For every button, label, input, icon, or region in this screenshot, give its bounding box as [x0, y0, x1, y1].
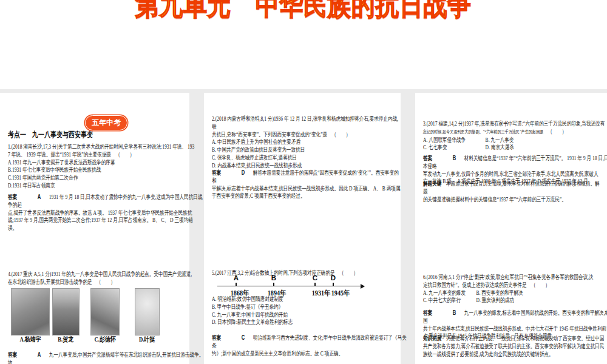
answer-label: 答案	[212, 169, 221, 176]
text-line: 2.(2018 内蒙古呼和浩特,8,1 分)1936 年 12 月 12 日,张…	[212, 115, 353, 123]
answer-letter: C	[242, 334, 245, 341]
column-2: 2.(2018 内蒙古呼和浩特,8,1 分)1936 年 12 月 12 日,张…	[204, 93, 401, 364]
timeline-tick	[236, 283, 237, 286]
photo-ye-ting	[135, 288, 160, 335]
photo-he-long	[52, 288, 80, 335]
question-4: 4.(2017 重庆 A,5,1 分)1931 年的九一八事变是中国人民抗日战争…	[8, 271, 187, 286]
timeline-arrow-icon	[361, 284, 365, 289]
question-5-options: A. 明治维新:效仿中国隋唐封建制度 B. 甲午中日战争:签订《辛丑条约》 C.…	[212, 295, 398, 326]
text-line: 共十年内战基本结束,抗日民族统一战线初步形成。中共七大召开于 1945 年抗日战…	[423, 325, 561, 333]
text-line: 定抗日救国方针”。促成上述协议达成的历史事件是 （ ）	[423, 281, 561, 289]
answer-3: 答案B材料关键信息是“1937 年”“六年前的三千万流民”。 1931 年 9 …	[423, 155, 605, 204]
option-a: A. 中日民族矛盾上升为中国社会的主要矛盾	[212, 138, 353, 146]
answer-label: 答案	[8, 351, 17, 358]
text-line: 点,揭开了世界反法西斯战争的序幕。故选 A 项。 1937 年七七事变后中华民族…	[8, 209, 144, 217]
option-b: B.1931 年七七事变后中华民族开始全民族抗战	[8, 166, 144, 174]
answer-letter: A	[38, 194, 41, 200]
option-b: B. 九一八事变	[486, 136, 514, 143]
options-row: C. 七七事变D. 南京大屠杀	[423, 144, 561, 152]
option-d: D. 南京大屠杀	[486, 144, 514, 150]
timeline-tick	[273, 283, 274, 286]
options-row: C. 中共七大的举行D. 重庆谈判的成功	[423, 297, 561, 305]
timeline-tick	[314, 283, 316, 286]
question-2: 2.(2018 内蒙古呼和浩特,8,1 分)1936 年 12 月 12 日,张…	[212, 115, 398, 170]
tip-label: 解题关键	[423, 180, 441, 187]
answer-letter: B	[453, 155, 456, 161]
option-d: D.1931 年日军占领南京	[8, 182, 144, 190]
option-a: A. 八国联军侵华战争	[423, 136, 486, 144]
option-b: B. 西安事变的和平解决	[476, 289, 523, 296]
option-d: D. 日本投降:新民主主义革命胜利的标志	[212, 318, 353, 326]
text-line: 战;1937 年 9 月,国共两党开始第二次合作;1937 年 12 月,日军占…	[8, 217, 144, 224]
option-c: C. 张学良、杨虎城停止进攻红军,逼蒋抗日	[212, 154, 353, 162]
photo-caption-d: D.叶挺	[127, 335, 166, 344]
text-line: 争的起	[8, 201, 144, 209]
overlapping-text: 亡。故选 B 项。 A 项发生于 1900 年;C 项发生于 1937 年;D …	[423, 178, 605, 188]
small-text: 忘记的时候,如今又遇到更大的惨剧。”“六年前的三千万流民”产生的起因是	[423, 129, 543, 135]
answer-letter: A	[38, 351, 41, 358]
option-d: D. 内战基本结束,抗日民族统一战线初步形成	[212, 162, 353, 170]
question-1: 1.(2018 湖南长沙,17,3 分)关于第二次世界大战的开始时间,史学界有三…	[8, 143, 187, 190]
section-heading: 考点一 九一八事变与西安事变	[8, 130, 151, 140]
text-line: 7 年说、 1939 年说。提出“1931 年说”的主要依据是 （ ）	[8, 151, 144, 159]
unit-title: 第九单元 中华民族的抗日战争	[42, 0, 565, 24]
text-line: 1.(2018 湖南长沙,17,3 分)关于第二次世界大战的开始时间,史学界有三…	[8, 143, 144, 151]
option-d: D. 重庆谈判的成功	[476, 297, 514, 303]
answer-line: 答案B材料关键信息是“1937 年”“六年前的三千万流民”。 1931 年 9 …	[423, 155, 561, 163]
answer-label: 答案	[423, 309, 432, 316]
text-line: 忘记的时候,如今又遇到更大的惨剧。”“六年前的三千万流民”产生的起因是 （ ）	[423, 128, 561, 136]
overlapping-text: 夕,重庆谈判是在 1945 年抗日战争胜利以后。只有 B 项符合题意。 知识拓展…	[423, 332, 605, 343]
timeline-letter: D	[328, 274, 339, 281]
timeline-tick	[333, 283, 334, 286]
answer-text: 材料关键信息是“1937 年”“六年前的三千万流民”。 1931 年 9 月 1…	[464, 155, 607, 161]
text-line: 族统一战线提供了必要前提,成为走向全民族抗战的关键转折点。	[423, 351, 561, 359]
tip-line: 解题关键本题通过家书设置历史情境,要求学生对材料信息进行准确的解读和概括。解	[423, 180, 600, 188]
five-year-exam-badge: 五年中考	[85, 115, 127, 130]
text-line: 误。	[8, 224, 144, 232]
text-line: 本侵略	[423, 163, 561, 170]
answer-line: 答案C明治维新学习西方先进制度、文化;甲午中日战争后清政府被迫签订了《马关	[212, 334, 353, 342]
timeline-letter: B	[268, 274, 279, 281]
text-line: 的关键是准确把握材料中的关键信息“1937 年”“六年前的三千万流民”。	[423, 196, 561, 204]
timeline-letter: A	[231, 274, 242, 281]
timeline-axis	[217, 286, 361, 286]
answer-label: 答案	[212, 334, 221, 341]
option-c: C. 九一八事变:中国十四年抗战的开始	[212, 311, 353, 319]
text-line: 共产党和各方努力,蒋介石被迫接受了联共抗日的主张。西安事变的和平解决为建立抗日民	[423, 343, 561, 351]
photo-peng-dehuai	[90, 288, 120, 335]
tip-label: 知识拓展	[423, 335, 441, 342]
option-b: B. 中国共产党的政策由抗日反蒋变为一致抗日	[212, 146, 353, 154]
text-line: 故	[8, 359, 144, 364]
photo-caption-a: A.杨靖宇	[11, 335, 50, 344]
option-a: A. 明治维新:效仿中国隋唐封建制度	[212, 295, 353, 303]
option-a: A.1931 年九一八事变揭开了世界反法西斯战争的序幕	[8, 159, 144, 167]
text-line: 6.(2016 河南,5,1 分)“停止‘剿共’政策,联合红军抗日”“召集各党各…	[423, 274, 561, 281]
question-6: 6.(2016 河南,5,1 分)“停止‘剿共’政策,联合红军抗日”“召集各党各…	[423, 274, 605, 305]
option-b: B. 甲午中日战争:签订《辛丑条约》	[212, 303, 353, 311]
options-row: A. 八国联军侵华战争B. 九一八事变	[423, 136, 561, 144]
option-c: C.1931 年国共两党开始第二次合作	[8, 174, 144, 182]
text-line: 约》;新中国的成立是新民主主义革命胜利的标志。故 C 项正确。	[212, 350, 353, 358]
text-line: 国	[423, 317, 561, 325]
answer-text: 解答本题需要注意题干的落脚点“因西安事变促成的‘变化’”。西安事变的	[253, 169, 399, 176]
answer-text: 1931 年 9 月 18 日,日本发动了震惊中外的九一八事变,这成为中国人民抗…	[49, 194, 203, 200]
text-line: 和	[212, 177, 353, 185]
answer-text: 九一八事变后,中国共产党派杨靖宇等在东北组织游击队,开展抗日游击战争。	[49, 351, 204, 358]
blank-parens: （ ）	[543, 128, 566, 135]
text-line: 题	[423, 188, 561, 196]
slide-page: { "page": { "title": "第九单元 中华民族的抗日战争" },…	[0, 0, 607, 364]
answer-text: 明治维新学习西方先进制度、文化;甲午中日战争后清政府被迫签订了《马关	[253, 334, 407, 341]
timeline-diagram: A B C D 1868年 1894年 1931年 1945年	[217, 276, 364, 298]
column-1: 五年中考 考点一 九一八事变与西安事变 1.(2018 湖南长沙,17,3 分)…	[0, 93, 189, 364]
tip-line: 知识拓展为要使蒋介石停止内战、一致抗日,张学良和杨虎城发动了西安事变。经过中国	[423, 335, 604, 343]
answer-4: 答案A九一八事变后,中国共产党派杨靖宇等在东北组织游击队,开展抗日游击战争。 故	[8, 351, 187, 364]
answer-line: 答案B九一八事变的爆发,标志着中国局部抗战的开始。西安事变的和平解决,标志着	[423, 309, 561, 317]
answer-5: 答案C明治维新学习西方先进制度、文化;甲午中日战争后清政府被迫签订了《马关 条 …	[212, 334, 398, 357]
options-row: A. 九一八事变的爆发B. 西安事变的和平解决	[423, 289, 561, 297]
answer-line: 答案A九一八事变后,中国共产党派杨靖宇等在东北组织游击队,开展抗日游击战争。	[8, 351, 144, 359]
answer-line: 答案A1931 年 9 月 18 日,日本发动了震惊中外的九一八事变,这成为中国…	[8, 194, 144, 201]
answer-2: 答案D解答本题需要注意题干的落脚点“因西安事变促成的‘变化’”。西安事变的 和 …	[212, 169, 398, 200]
photo-caption-c: C.彭德怀	[86, 335, 124, 344]
tip-text: 为要使蒋介石停止内战、一致抗日,张学良和杨虎城发动了西安事变。经过中国	[446, 335, 604, 342]
answer-letter: D	[242, 169, 245, 176]
